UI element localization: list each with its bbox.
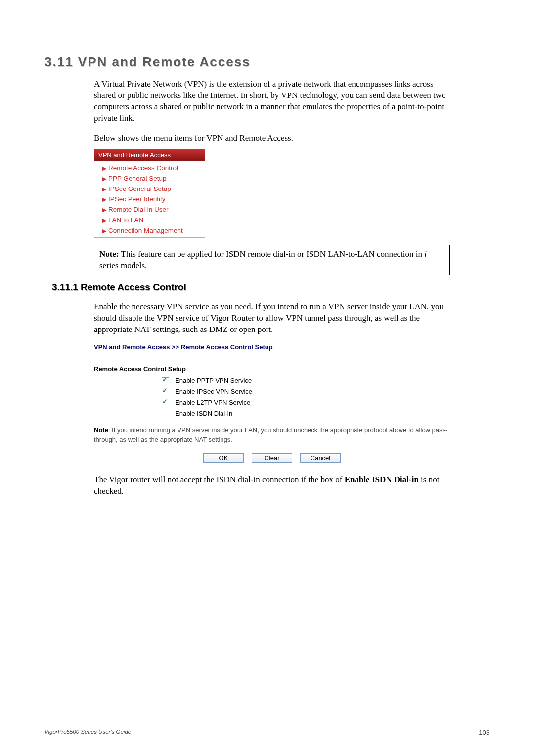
- page-footer: VigorPro5500 Series User's Guide 103: [44, 729, 490, 736]
- breadcrumb: VPN and Remote Access >> Remote Access C…: [94, 343, 450, 351]
- clear-button[interactable]: Clear: [252, 453, 292, 463]
- closing-paragraph: The Vigor router will not accept the ISD…: [94, 474, 450, 497]
- checkbox-l2tp[interactable]: [162, 399, 169, 406]
- menu-item-label: LAN to LAN: [108, 216, 143, 224]
- note-italic-i: i: [424, 249, 427, 259]
- vpn-menu-panel: VPN and Remote Access ▶Remote Access Con…: [94, 149, 205, 238]
- note-box: Note: This feature can be applied for IS…: [94, 245, 450, 276]
- footer-page-number: 103: [479, 729, 490, 736]
- option-label: Enable IPSec VPN Service: [172, 386, 440, 397]
- menu-item-label: IPSec Peer Identity: [108, 195, 166, 203]
- section-heading: 3.11 VPN and Remote Access: [44, 54, 490, 70]
- ui-note-text: : If you intend running a VPN server ins…: [94, 426, 447, 443]
- table-row: Enable IPSec VPN Service: [94, 386, 440, 397]
- vpn-menu-list: ▶Remote Access Control ▶PPP General Setu…: [94, 161, 205, 237]
- table-row: Enable ISDN Dial-In: [94, 408, 440, 419]
- checkbox-isdn[interactable]: [162, 410, 169, 417]
- triangle-icon: ▶: [102, 186, 108, 192]
- subsection-paragraph: Enable the necessary VPN service as you …: [94, 301, 450, 335]
- triangle-icon: ▶: [102, 207, 108, 213]
- menu-item-remote-dial-in-user[interactable]: ▶Remote Dial-in User: [94, 204, 205, 215]
- ok-button[interactable]: OK: [203, 453, 244, 463]
- triangle-icon: ▶: [102, 217, 108, 224]
- menu-item-label: PPP General Setup: [108, 175, 167, 182]
- checkbox-ipsec[interactable]: [162, 388, 169, 395]
- closing-bold: Enable ISDN Dial-in: [345, 475, 419, 484]
- menu-item-label: Remote Access Control: [108, 164, 178, 172]
- options-table: Enable PPTP VPN Service Enable IPSec VPN…: [94, 375, 440, 419]
- triangle-icon: ▶: [102, 176, 108, 182]
- subsection-heading: 3.11.1 Remote Access Control: [52, 282, 490, 293]
- footer-title: VigorPro5500 Series User's Guide: [44, 729, 131, 736]
- option-label: Enable ISDN Dial-In: [172, 408, 440, 419]
- button-row: OK Clear Cancel: [94, 453, 450, 463]
- menu-item-remote-access-control[interactable]: ▶Remote Access Control: [94, 163, 205, 173]
- note-text-1: This feature can be applied for ISDN rem…: [119, 249, 425, 259]
- menu-item-label: Connection Management: [108, 227, 183, 234]
- option-label: Enable L2TP VPN Service: [172, 397, 440, 408]
- ui-note: Note: If you intend running a VPN server…: [94, 426, 450, 444]
- menu-item-lan-to-lan[interactable]: ▶LAN to LAN: [94, 215, 205, 225]
- intro-paragraph: A Virtual Private Network (VPN) is the e…: [94, 79, 450, 124]
- intro-below-line: Below shows the menu items for VPN and R…: [94, 133, 450, 144]
- triangle-icon: ▶: [102, 196, 108, 203]
- menu-item-label: Remote Dial-in User: [108, 206, 169, 213]
- cancel-button[interactable]: Cancel: [300, 453, 341, 463]
- menu-item-ppp-general-setup[interactable]: ▶PPP General Setup: [94, 173, 205, 184]
- table-title: Remote Access Control Setup: [94, 365, 450, 373]
- menu-item-ipsec-general-setup[interactable]: ▶IPSec General Setup: [94, 184, 205, 194]
- divider: [94, 356, 450, 356]
- table-row: Enable L2TP VPN Service: [94, 397, 440, 408]
- menu-item-connection-management[interactable]: ▶Connection Management: [94, 225, 205, 236]
- triangle-icon: ▶: [102, 228, 108, 234]
- menu-item-label: IPSec General Setup: [108, 185, 171, 192]
- menu-item-ipsec-peer-identity[interactable]: ▶IPSec Peer Identity: [94, 194, 205, 204]
- triangle-icon: ▶: [102, 165, 108, 172]
- checkbox-pptp[interactable]: [162, 377, 169, 384]
- closing-pre: The Vigor router will not accept the ISD…: [94, 475, 345, 484]
- note-text-2: series models.: [99, 261, 147, 270]
- option-label: Enable PPTP VPN Service: [172, 375, 440, 386]
- ui-note-prefix: Note: [94, 426, 108, 434]
- vpn-menu-title: VPN and Remote Access: [94, 149, 205, 161]
- note-prefix: Note:: [99, 249, 119, 259]
- table-row: Enable PPTP VPN Service: [94, 375, 440, 386]
